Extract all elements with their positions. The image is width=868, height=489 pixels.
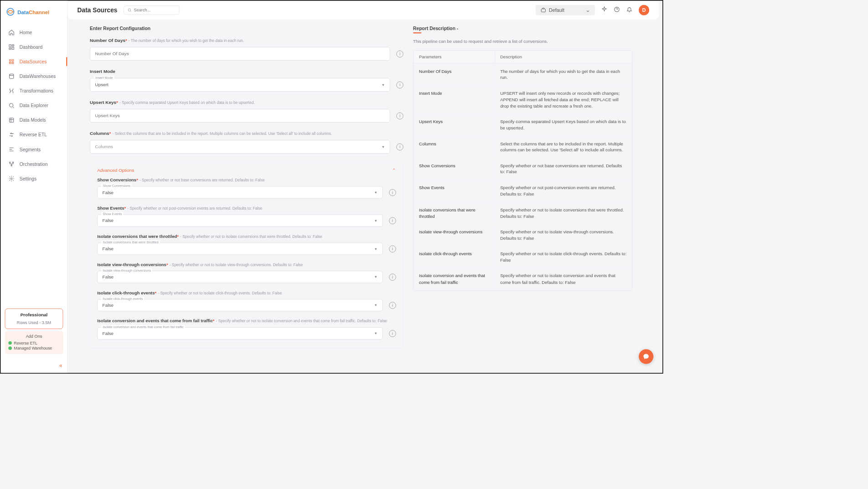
sidebar-item-label: DataSources [20,59,47,64]
info-icon[interactable]: i [389,245,396,252]
advanced-options-panel: Advanced Options ⌃ Show Conversions*- Sp… [90,161,403,348]
advanced-field: Isolate conversion and events that come … [97,318,396,340]
workspace-select[interactable]: Default ⌄ [536,5,595,15]
sidebar-item-segments[interactable]: Segments [1,142,67,157]
param-name: Show Events [414,180,494,202]
svg-rect-4 [9,48,11,49]
table-header: Description [495,51,631,63]
advanced-select-2[interactable]: False▼ [97,243,382,255]
info-icon[interactable]: i [396,50,403,57]
info-icon[interactable]: i [396,81,403,88]
caret-down-icon: ▼ [374,275,378,279]
sidebar-footer: Professional Rows Used - 3.5M Add Ons Re… [1,304,67,358]
param-desc: Select the columns that are to be includ… [495,136,631,158]
float-label: Isolate conversion and events that come … [101,325,185,329]
sidebar-item-label: Data Explorer [20,103,48,108]
sidebar-item-datawarehouses[interactable]: DataWarehouses [1,69,67,83]
svg-rect-13 [541,9,545,12]
field-help: - The number of days for which you wish … [129,39,244,43]
param-desc: Specify comma separated Upsert Keys base… [495,114,631,136]
search-input-wrap[interactable] [124,5,179,15]
sidebar-item-home[interactable]: Home [1,25,67,40]
info-icon[interactable]: i [389,217,396,224]
float-label: Insert Mode [94,76,114,79]
sidebar-item-label: Home [20,30,32,35]
float-label: Isolate conversions that were throttled [101,240,160,244]
caret-down-icon: ▼ [382,83,385,87]
info-icon[interactable]: i [396,112,403,119]
info-icon[interactable]: i [389,302,396,309]
plan-card[interactable]: Professional Rows Used - 3.5M [5,309,63,329]
svg-rect-3 [12,47,14,49]
table-row: Show ConversionsSpecify whether or not b… [414,159,631,180]
sidebar-item-reverseetl[interactable]: Reverse ETL [1,128,67,142]
param-desc: The number of days for which you wish to… [495,64,631,86]
advanced-field: Isolate conversions that were throttled*… [97,233,396,255]
field-help: - Specify whether or not to isolate clic… [158,291,282,295]
sidebar-item-dataexplorer[interactable]: Data Explorer [1,98,67,113]
sidebar-item-label: Data Models [20,118,46,123]
info-icon[interactable]: i [396,143,403,150]
table-row: Insert ModeUPSERT will insert only new r… [414,86,631,114]
svg-point-11 [10,178,12,179]
field-help: - Specify whether or not to isolate view… [170,263,303,267]
collapse-sidebar-button[interactable]: « [1,358,67,373]
field-columns: Columns*- Select the columns that are to… [90,130,403,154]
sidebar-item-label: Settings [20,176,36,181]
svg-point-10 [11,165,12,166]
info-icon[interactable]: i [389,189,396,196]
field-label: Isolate conversion and events that come … [97,319,213,324]
table-row: Isolate click-through eventsSpecify whet… [414,247,631,268]
description-column: Report Description - This pipeline can b… [413,21,632,373]
segments-icon [8,146,15,153]
upsert-keys-input[interactable] [90,109,390,123]
info-icon[interactable]: i [389,330,396,337]
search-icon [128,8,132,13]
logo[interactable]: DataChannel [1,1,67,25]
page-title: Data Sources [78,6,118,14]
advanced-select-3[interactable]: False▼ [97,271,382,283]
sidebar-item-orchestration[interactable]: Orchestration [1,157,67,171]
number-of-days-input[interactable] [90,47,390,61]
sidebar-item-settings[interactable]: Settings [1,171,67,186]
workspace-label: Default [549,7,564,13]
advanced-select-5[interactable]: False▼ [97,327,382,340]
addon-item: Reverse ETL [8,341,59,345]
param-desc: Specify whether or not to isolate click-… [495,247,631,268]
chat-button[interactable] [639,349,653,364]
advanced-field: Show Events*- Specify whether or not pos… [97,205,396,226]
search-input[interactable] [134,8,176,13]
sidebar-item-dashboard[interactable]: Dashboard [1,40,67,54]
help-icon[interactable] [614,6,620,14]
plan-name: Professional [5,312,62,317]
sidebar-item-transformations[interactable]: Transformations [1,83,67,98]
sidebar-item-label: Reverse ETL [20,132,47,137]
topbar: Data Sources Default ⌄ D [67,1,659,20]
sparkle-icon[interactable] [601,6,608,14]
param-name: Isolate view-through conversions [414,225,494,246]
dashboard-icon [8,44,15,50]
avatar[interactable]: D [639,5,649,15]
advanced-field: Isolate view-through conversions*- Speci… [97,261,396,283]
logo-text: DataChannel [17,9,49,15]
sidebar-item-datasources[interactable]: DataSources [1,54,67,69]
advanced-select-0[interactable]: False▼ [97,186,382,199]
bell-icon[interactable] [626,6,633,14]
explorer-icon [8,103,15,109]
insert-mode-select[interactable]: Upsert▼ [90,78,390,92]
columns-select[interactable]: Columns▼ [90,140,390,154]
param-desc: UPSERT will insert only new records or r… [495,86,631,114]
field-label: Isolate view-through conversions [97,262,166,267]
advanced-options-toggle[interactable]: Advanced Options ⌃ [97,168,396,173]
chat-icon [643,353,650,360]
sidebar-item-datamodels[interactable]: Data Models [1,113,67,128]
datasources-icon [8,58,15,65]
info-icon[interactable]: i [389,273,396,280]
gear-icon [8,175,15,182]
field-upsert-keys: Upsert Keys*- Specify comma separated Up… [90,99,403,123]
advanced-select-4[interactable]: False▼ [97,299,382,311]
field-label: Columns [90,131,109,136]
sidebar: DataChannel Home Dashboard DataSources D… [1,1,68,373]
caret-down-icon: ▼ [374,219,378,222]
advanced-select-1[interactable]: False▼ [97,215,382,227]
